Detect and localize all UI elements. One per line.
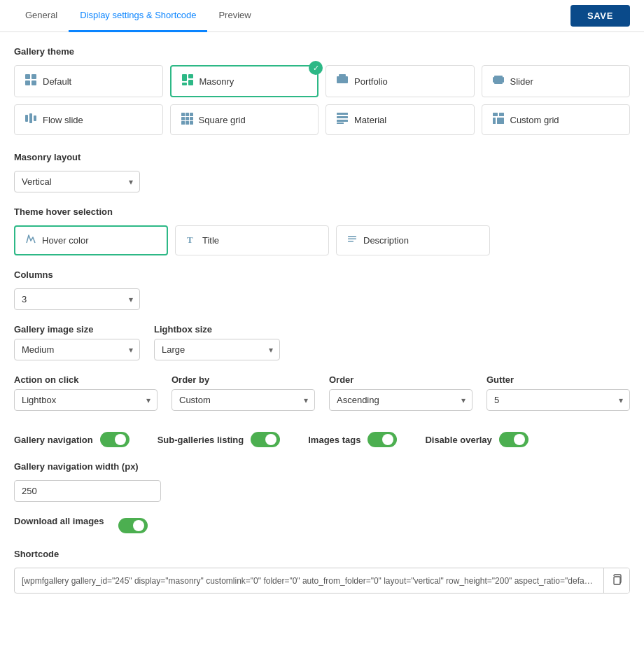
shortcode-box: [wpmfgallery gallery_id="245" display="m… bbox=[14, 568, 630, 594]
theme-slider[interactable]: Slider bbox=[482, 65, 631, 97]
theme-slider-icon bbox=[492, 73, 505, 89]
svg-rect-23 bbox=[186, 121, 189, 125]
gallery-navigation-slider bbox=[100, 432, 130, 447]
images-tags-toggle[interactable] bbox=[368, 432, 397, 447]
theme-slider-label: Slider bbox=[510, 76, 533, 87]
order-by-select[interactable]: CustomDateTitleRandom bbox=[172, 389, 315, 411]
masonry-layout-label: Masonry layout bbox=[14, 152, 630, 162]
action-on-click-select[interactable]: LightboxLinkNone bbox=[14, 389, 158, 411]
download-label: Download all images bbox=[14, 516, 104, 526]
nav-width-label: Gallery navigation width (px) bbox=[14, 461, 630, 472]
theme-portfolio[interactable]: Portfolio bbox=[326, 65, 475, 97]
order-wrapper: AscendingDescending bbox=[329, 389, 472, 411]
theme-hover-label: Theme hover selection bbox=[14, 206, 630, 217]
svg-rect-2 bbox=[25, 80, 30, 85]
theme-flow-icon bbox=[24, 112, 37, 127]
download-section: Download all images bbox=[14, 516, 630, 535]
svg-rect-7 bbox=[188, 80, 193, 85]
theme-default[interactable]: Default bbox=[14, 65, 163, 97]
theme-material[interactable]: Material bbox=[326, 104, 475, 135]
svg-rect-18 bbox=[190, 113, 193, 116]
svg-rect-29 bbox=[493, 113, 498, 116]
images-tags-toggle-label: Images tags bbox=[308, 435, 360, 445]
hover-title[interactable]: T Title bbox=[175, 225, 329, 255]
toggles-row: Gallery navigation Sub-galleries listing… bbox=[14, 432, 630, 447]
svg-rect-6 bbox=[182, 83, 187, 85]
tab-general[interactable]: General bbox=[14, 0, 69, 32]
svg-rect-28 bbox=[337, 122, 344, 124]
theme-square-label: Square grid bbox=[199, 115, 246, 125]
svg-rect-0 bbox=[25, 74, 30, 79]
svg-rect-16 bbox=[181, 113, 185, 116]
hover-color-label: Hover color bbox=[42, 235, 88, 246]
main-content: Gallery theme Default ✓ Masonry bbox=[0, 32, 644, 622]
gutter-group: Gutter 025101520 bbox=[486, 374, 630, 411]
hover-hover-color[interactable]: Hover color bbox=[14, 225, 168, 255]
svg-rect-34 bbox=[348, 236, 356, 237]
svg-rect-37 bbox=[614, 577, 620, 584]
nav-width-input[interactable] bbox=[14, 480, 161, 502]
svg-rect-13 bbox=[25, 115, 28, 122]
theme-portfolio-label: Portfolio bbox=[354, 76, 388, 87]
order-select[interactable]: AscendingDescending bbox=[329, 389, 472, 411]
lightbox-size-label: Lightbox size bbox=[154, 324, 280, 335]
gutter-select[interactable]: 025101520 bbox=[486, 389, 630, 411]
gallery-navigation-toggle-item: Gallery navigation bbox=[14, 432, 130, 447]
theme-square-grid[interactable]: Square grid bbox=[170, 104, 319, 135]
svg-text:T: T bbox=[187, 234, 193, 245]
hover-title-icon: T bbox=[186, 234, 197, 247]
theme-flow-label: Flow slide bbox=[43, 115, 83, 125]
hover-description-icon bbox=[346, 234, 358, 247]
theme-customgrid-icon bbox=[492, 112, 505, 127]
gallery-image-size-label: Gallery image size bbox=[14, 324, 140, 335]
gallery-image-size-select[interactable]: ThumbnailMediumLargeFull bbox=[14, 339, 140, 360]
masonry-check-icon: ✓ bbox=[309, 61, 323, 75]
order-group: Order AscendingDescending bbox=[329, 374, 472, 411]
svg-rect-22 bbox=[181, 121, 185, 125]
copy-shortcode-button[interactable] bbox=[603, 568, 629, 593]
theme-masonry[interactable]: ✓ Masonry bbox=[170, 65, 319, 97]
svg-rect-14 bbox=[29, 113, 32, 123]
svg-rect-17 bbox=[186, 113, 189, 116]
download-toggle[interactable] bbox=[118, 518, 148, 533]
svg-rect-10 bbox=[494, 76, 503, 84]
gallery-navigation-toggle[interactable] bbox=[100, 432, 130, 447]
theme-hover-section: Theme hover selection Hover color T Titl… bbox=[14, 206, 630, 255]
svg-rect-35 bbox=[348, 239, 356, 240]
order-by-wrapper: CustomDateTitleRandom bbox=[172, 389, 315, 411]
gallery-theme-section: Gallery theme Default ✓ Masonry bbox=[14, 46, 630, 135]
theme-default-label: Default bbox=[43, 76, 71, 87]
hover-description[interactable]: Description bbox=[336, 225, 490, 255]
disable-overlay-toggle[interactable] bbox=[499, 432, 528, 447]
sub-galleries-toggle[interactable] bbox=[251, 432, 280, 447]
hover-grid: Hover color T Title Description bbox=[14, 225, 630, 255]
svg-rect-9 bbox=[339, 74, 346, 76]
lightbox-size-select[interactable]: SmallMediumLargeFull bbox=[154, 339, 280, 360]
tab-preview[interactable]: Preview bbox=[207, 0, 262, 32]
columns-select[interactable]: 123456 bbox=[14, 288, 140, 310]
masonry-layout-select[interactable]: Vertical Horizontal bbox=[14, 171, 140, 192]
svg-rect-27 bbox=[337, 120, 348, 122]
svg-rect-8 bbox=[337, 76, 348, 83]
save-button[interactable]: SAVE bbox=[570, 5, 630, 27]
lightbox-size-group: Lightbox size SmallMediumLargeFull bbox=[154, 324, 280, 360]
disable-overlay-slider bbox=[499, 432, 528, 447]
svg-rect-15 bbox=[34, 115, 36, 121]
shortcode-label: Shortcode bbox=[14, 549, 630, 559]
svg-rect-12 bbox=[503, 77, 504, 83]
sub-galleries-slider bbox=[251, 432, 280, 447]
theme-grid: Default ✓ Masonry Portfolio bbox=[14, 65, 630, 135]
disable-overlay-toggle-item: Disable overlay bbox=[425, 432, 528, 447]
theme-custom-grid[interactable]: Custom grid bbox=[482, 104, 631, 135]
sub-galleries-toggle-item: Sub-galleries listing bbox=[158, 432, 281, 447]
tabs-bar: General Display settings & Shortcode Pre… bbox=[0, 0, 644, 32]
action-row: Action on click LightboxLinkNone Order b… bbox=[14, 374, 630, 411]
svg-rect-19 bbox=[181, 117, 185, 120]
masonry-layout-section: Masonry layout Vertical Horizontal bbox=[14, 152, 630, 192]
columns-section: Columns 123456 bbox=[14, 269, 630, 310]
theme-flow-slide[interactable]: Flow slide bbox=[14, 104, 163, 135]
svg-rect-26 bbox=[337, 116, 348, 118]
gutter-wrapper: 025101520 bbox=[486, 389, 630, 411]
svg-rect-20 bbox=[186, 117, 189, 120]
tab-display-settings[interactable]: Display settings & Shortcode bbox=[69, 0, 207, 32]
